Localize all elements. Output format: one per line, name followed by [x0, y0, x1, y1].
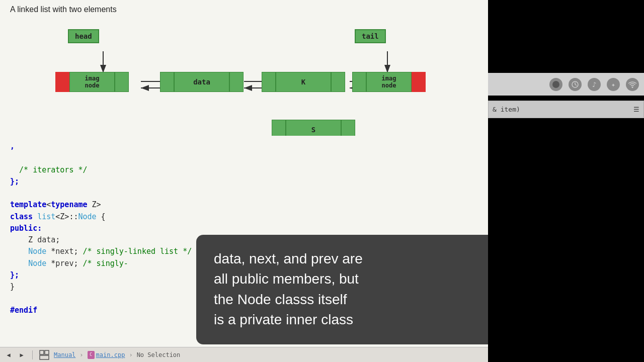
- node1-red: [55, 72, 69, 92]
- code-line-3: /* iterators */: [10, 164, 478, 176]
- rp-icon-circle: [549, 78, 562, 91]
- node4-text: imagnode: [366, 72, 412, 92]
- breadcrumb-sep-2: ›: [129, 351, 132, 358]
- code-line-4: };: [10, 176, 478, 188]
- code-line-6: template<typename Z>: [10, 199, 478, 211]
- diagram-title: A linked list with two elements: [10, 5, 478, 14]
- node3-text: K: [276, 72, 331, 92]
- node2-green-left: [160, 72, 174, 92]
- node2-text: data: [174, 72, 229, 92]
- node4: imagnode: [352, 72, 426, 92]
- rp-icon-clock: [569, 78, 582, 91]
- prev-button[interactable]: ◀: [4, 350, 13, 359]
- svg-point-15: [632, 86, 633, 88]
- code-line-8: public:: [10, 223, 478, 234]
- file-icon: C: [88, 351, 95, 359]
- selection-label: No Selection: [137, 351, 181, 358]
- node1: imagnode: [55, 72, 129, 92]
- file-label[interactable]: main.cpp: [96, 351, 125, 358]
- tooltip-overlay: data, next, and prev areall public membe…: [196, 235, 488, 344]
- breadcrumb-file: C main.cpp: [88, 351, 125, 359]
- code-line-2: [10, 152, 478, 164]
- layout-icon: [39, 349, 50, 360]
- node3-green-left: [262, 72, 276, 92]
- svg-rect-9: [40, 350, 44, 354]
- play-button[interactable]: ▶: [17, 350, 26, 359]
- node2: data: [160, 72, 244, 92]
- rp-icon-wifi: [626, 78, 639, 91]
- svg-line-14: [575, 84, 577, 85]
- node4-green-left: [352, 72, 366, 92]
- right-panel-toolbar: ♪ ✦: [488, 73, 644, 96]
- rp-item-text: & item): [493, 106, 520, 113]
- toolbar-divider: [32, 350, 33, 359]
- node4-red: [412, 72, 426, 92]
- tooltip-text: data, next, and prev areall public membe…: [214, 251, 363, 328]
- wifi-icon: [628, 81, 637, 88]
- node1-green-right: [115, 72, 129, 92]
- code-line-1: ,: [10, 141, 478, 152]
- right-panel-item: & item) ☰: [488, 101, 644, 118]
- bottom-toolbar: ◀ ▶ Manual › C main.cpp › No Selection: [0, 347, 488, 362]
- rp-icon-bt: ✦: [607, 78, 620, 91]
- node3-green-right: [331, 72, 345, 92]
- rp-icon-inner: [552, 81, 559, 88]
- right-panel: ♪ ✦ & item) ☰: [488, 0, 644, 362]
- manual-label[interactable]: Manual: [54, 351, 75, 358]
- node3: K: [262, 72, 345, 92]
- node1-text: imagnode: [69, 72, 115, 92]
- code-line-7: class list<Z>::Node {: [10, 211, 478, 223]
- breadcrumb-sep-1: ›: [79, 351, 83, 358]
- svg-rect-10: [45, 350, 49, 354]
- rp-icon-vol: ♪: [588, 78, 601, 91]
- rp-item-icon: ☰: [633, 106, 639, 113]
- main-content: A linked list with two elements: [0, 0, 488, 362]
- svg-rect-11: [40, 355, 49, 359]
- linked-list-diagram: head tail imagnode data K: [10, 20, 478, 121]
- diagram-area: A linked list with two elements: [0, 0, 488, 136]
- clock-icon: [571, 80, 579, 88]
- code-line-5: [10, 188, 478, 199]
- node2-green-right: [229, 72, 244, 92]
